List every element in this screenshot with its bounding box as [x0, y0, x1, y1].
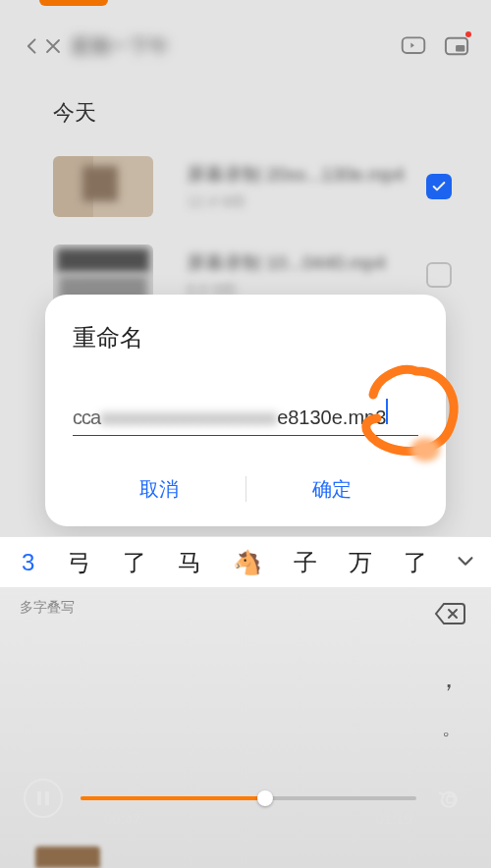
- period-key[interactable]: 。: [442, 715, 462, 741]
- pause-button[interactable]: [24, 779, 63, 818]
- video-controls: [0, 764, 491, 833]
- cancel-button[interactable]: 取消: [73, 476, 246, 503]
- candidate-item[interactable]: 🐴: [217, 549, 278, 576]
- candidate-item[interactable]: 万: [333, 547, 388, 578]
- rotate-lock-icon[interactable]: [434, 782, 467, 815]
- text-caret-icon: [386, 399, 388, 424]
- rename-dialog: 重命名 cca xxxxxxxxxxxxxxxxxx e8130e.mp3 取消…: [45, 295, 446, 526]
- candidate-item[interactable]: 了: [107, 547, 162, 578]
- backspace-button[interactable]: [434, 601, 467, 626]
- expand-candidates-button[interactable]: [444, 550, 487, 575]
- progress-bar[interactable]: [81, 796, 416, 800]
- handwriting-hint: 多字叠写: [20, 599, 75, 617]
- svg-rect-3: [447, 796, 454, 803]
- progress-knob-icon[interactable]: [257, 790, 273, 806]
- candidate-item[interactable]: 了: [388, 547, 443, 578]
- annotation-mark-icon: [410, 438, 440, 461]
- input-prefix: cca: [73, 407, 100, 429]
- pip-thumbnail[interactable]: [35, 846, 100, 868]
- candidate-item[interactable]: 弓: [52, 547, 107, 578]
- input-suffix: e8130e.mp3: [277, 407, 386, 429]
- ok-button[interactable]: 确定: [246, 476, 419, 503]
- comma-key[interactable]: ，: [436, 662, 462, 696]
- candidate-number[interactable]: 3: [4, 549, 52, 576]
- ime-candidate-bar: 3 弓 了 马 🐴 子 万 了: [0, 536, 491, 587]
- rename-input[interactable]: cca xxxxxxxxxxxxxxxxxx e8130e.mp3: [73, 399, 418, 436]
- dialog-title: 重命名: [73, 322, 418, 353]
- input-hidden: xxxxxxxxxxxxxxxxxx: [100, 407, 277, 429]
- candidate-item[interactable]: 马: [162, 547, 217, 578]
- candidate-item[interactable]: 子: [278, 547, 333, 578]
